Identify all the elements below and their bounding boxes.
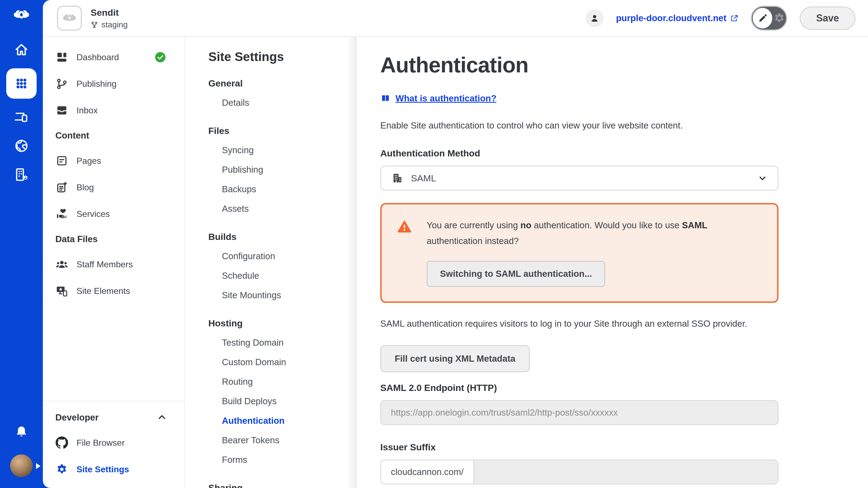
sidebar-item-label: Site Elements <box>76 286 130 296</box>
check-circle-icon <box>155 52 165 62</box>
page-title: Authentication <box>380 53 778 77</box>
settings-nav-title: Site Settings <box>208 50 357 64</box>
endpoint-label: SAML 2.0 Endpoint (HTTP) <box>380 383 778 393</box>
settings-item-configuration[interactable]: Configuration <box>208 247 357 266</box>
app-root: Sendit staging <box>0 0 868 488</box>
settings-mode-gear-icon[interactable] <box>773 12 785 24</box>
settings-item-bearer-tokens[interactable]: Bearer Tokens <box>208 430 357 450</box>
branch-label: staging <box>101 20 128 29</box>
settings-item-schedule[interactable]: Schedule <box>208 266 357 286</box>
what-is-authentication-link[interactable]: What is authentication? <box>380 93 496 104</box>
sidebar-item-label: File Browser <box>76 438 125 448</box>
settings-item-publishing[interactable]: Publishing <box>208 160 357 180</box>
app-rail <box>0 0 43 488</box>
settings-section-builds: Builds <box>208 231 357 242</box>
settings-section-general: General <box>208 78 357 89</box>
account-avatar-icon[interactable] <box>586 9 603 27</box>
user-avatar[interactable] <box>10 454 33 477</box>
site-domain-text: purple-door.cloudvent.net <box>616 13 726 23</box>
organization-settings-icon[interactable] <box>13 166 30 183</box>
user-avatar-photo[interactable] <box>10 454 33 477</box>
fill-cert-xml-button[interactable]: Fill cert using XML Metadata <box>380 345 530 372</box>
site-meta: Sendit staging <box>91 7 128 29</box>
method-label: Authentication Method <box>380 148 778 159</box>
sidebar-section-data-files: Data Files <box>43 227 184 251</box>
issuer-suffix-input[interactable] <box>474 460 778 484</box>
topbar: Sendit staging <box>43 0 868 37</box>
sidebar-item-dashboard[interactable]: Dashboard <box>43 44 184 70</box>
sidebar-item-pages[interactable]: Pages <box>43 148 184 174</box>
dashboard-icon <box>55 51 68 63</box>
site-domain-link[interactable]: purple-door.cloudvent.net <box>616 13 738 23</box>
git-branch-icon <box>55 78 68 90</box>
authentication-method-select[interactable]: SAML <box>380 166 778 191</box>
apps-grid-icon[interactable] <box>6 68 37 99</box>
cloudcannon-logo-icon <box>13 8 30 23</box>
topbar-right: purple-door.cloudvent.net <box>586 6 856 31</box>
sidebar-item-label: Services <box>76 209 110 219</box>
settings-item-backups[interactable]: Backups <box>208 180 357 199</box>
external-link-icon <box>730 14 738 22</box>
editor-mode-toggle[interactable] <box>751 6 787 31</box>
inbox-icon <box>55 104 68 116</box>
issuer-suffix-field: cloudcannon.com/ <box>380 459 778 485</box>
saml-endpoint-input[interactable] <box>380 400 778 425</box>
settings-item-build-deploys[interactable]: Build Deploys <box>208 391 357 411</box>
pencil-icon[interactable] <box>753 8 772 29</box>
main-content: Authentication What is authentication? E… <box>357 37 868 488</box>
sidebar-item-blog[interactable]: Blog <box>43 174 184 201</box>
method-value: SAML <box>411 173 436 184</box>
chevron-down-icon <box>757 173 767 183</box>
document-add-icon <box>55 182 68 193</box>
screen-star-icon <box>55 285 68 297</box>
expand-caret-icon <box>36 463 40 469</box>
sidebar-item-label: Publishing <box>76 79 117 89</box>
settings-item-assets[interactable]: Assets <box>208 199 357 219</box>
settings-nav: Site Settings General Details Files Sync… <box>185 37 357 488</box>
developer-section-label: Developer <box>55 412 99 423</box>
save-button[interactable]: Save <box>800 6 856 30</box>
sidebar-item-site-elements[interactable]: Site Elements <box>43 278 184 304</box>
rail-nav <box>6 42 37 183</box>
settings-item-syncing[interactable]: Syncing <box>208 140 357 160</box>
hand-heart-icon <box>55 208 68 220</box>
switch-to-saml-button[interactable]: Switching to SAML authentication... <box>427 261 605 287</box>
notifications-bell-icon[interactable] <box>13 424 30 440</box>
app-surface: Sendit staging <box>43 0 868 488</box>
page-icon <box>55 155 68 167</box>
sidebar: Dashboard Publis <box>43 37 185 488</box>
home-icon[interactable] <box>13 42 30 58</box>
developer-section-toggle[interactable]: Developer <box>43 405 184 429</box>
settings-item-forms[interactable]: Forms <box>208 450 357 469</box>
settings-item-site-mountings[interactable]: Site Mountings <box>208 286 357 305</box>
site-logo-thumbnail <box>57 6 82 31</box>
gear-icon <box>55 463 68 475</box>
chevron-up-icon <box>157 413 166 422</box>
settings-item-details[interactable]: Details <box>208 93 357 112</box>
settings-item-custom-domain[interactable]: Custom Domain <box>208 352 357 372</box>
sidebar-item-label: Pages <box>76 156 101 166</box>
sidebar-developer-section: Developer File Brows <box>43 401 184 488</box>
sidebar-item-file-browser[interactable]: File Browser <box>43 429 184 456</box>
settings-item-testing-domain[interactable]: Testing Domain <box>208 333 357 352</box>
sidebar-item-label: Inbox <box>76 105 98 116</box>
sidebar-item-site-settings[interactable]: Site Settings <box>43 456 184 483</box>
settings-item-authentication[interactable]: Authentication <box>208 411 357 430</box>
github-icon <box>55 436 68 449</box>
people-icon <box>55 258 68 270</box>
sidebar-item-inbox[interactable]: Inbox <box>43 97 184 124</box>
sidebar-item-publishing[interactable]: Publishing <box>43 70 184 97</box>
issuer-label: Issuer Suffix <box>380 442 778 453</box>
building-icon <box>392 172 403 184</box>
saml-note: SAML authentication requires visitors to… <box>380 319 778 329</box>
sidebar-item-label: Blog <box>76 183 94 193</box>
devices-icon[interactable] <box>13 109 30 125</box>
settings-item-routing[interactable]: Routing <box>208 372 357 391</box>
help-link-text: What is authentication? <box>396 93 496 104</box>
warning-banner: You are currently using no authenticatio… <box>380 203 778 303</box>
globe-icon[interactable] <box>13 138 30 154</box>
sidebar-item-services[interactable]: Services <box>43 201 184 227</box>
sidebar-item-label: Staff Members <box>76 259 133 269</box>
sidebar-item-staff-members[interactable]: Staff Members <box>43 251 184 278</box>
sidebar-section-content: Content <box>43 124 184 148</box>
